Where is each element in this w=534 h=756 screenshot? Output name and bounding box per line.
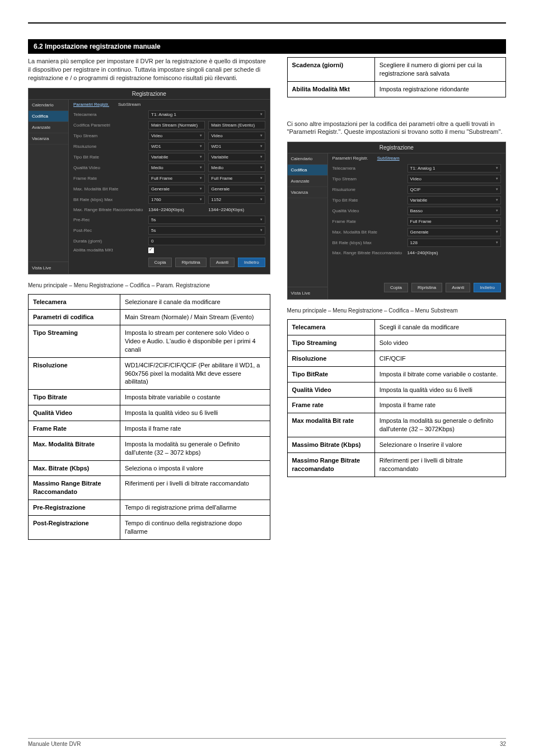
- cell-val: Selezionare il canale da modificare: [120, 294, 270, 310]
- cell-val: Imposta bitrate variabile o costante: [120, 390, 270, 405]
- cell-key: Tipo Streaming: [29, 325, 120, 358]
- intro-paragraph: La maniera più semplice per impostare il…: [28, 57, 270, 82]
- section-title: 6.2 Impostazione registrazione manuale: [28, 39, 506, 54]
- form-value[interactable]: Full Frame: [208, 174, 265, 183]
- form-label: Max. Range Bitrate Raccomandato: [332, 250, 404, 255]
- restore-button[interactable]: Ripristina: [175, 258, 206, 267]
- form-value[interactable]: 5s: [148, 226, 265, 235]
- cell-key: Frame rate: [287, 398, 374, 413]
- copy-button[interactable]: Copia: [148, 258, 172, 267]
- cell-val: Imposta la modalità su generale o defini…: [374, 413, 505, 437]
- form-value[interactable]: 1152: [208, 195, 265, 204]
- form-label: Abilita modalità MKt: [73, 248, 145, 253]
- checkbox-icon[interactable]: [148, 248, 154, 253]
- form-value[interactable]: Video: [148, 132, 205, 140]
- back-button[interactable]: Indietro: [238, 258, 265, 267]
- cell-key: Abilita Modalità Mkt: [287, 81, 374, 97]
- tab-parametri[interactable]: Parametri Registr.: [69, 100, 114, 109]
- form-value[interactable]: Generale: [407, 228, 501, 236]
- copy-button[interactable]: Copia: [384, 283, 408, 292]
- tab-parametri[interactable]: Parametri Registr.: [328, 153, 373, 163]
- cell-val: Imposta il bitrate come variabile o cost…: [374, 366, 505, 382]
- tab-substream[interactable]: SubStream: [114, 100, 145, 109]
- cell-key: Frame Rate: [29, 421, 120, 436]
- form-value[interactable]: T1: Analog 1: [148, 110, 265, 119]
- form-label: Frame Rate: [73, 176, 145, 181]
- form-value[interactable]: QCIF: [407, 185, 501, 194]
- sidebar-item[interactable]: Avanzate: [288, 176, 327, 187]
- form-value[interactable]: 128: [407, 239, 501, 247]
- sidebar-item[interactable]: Avanzate: [29, 122, 68, 133]
- right-paragraph: Ci sono altre impostazioni per la codifi…: [287, 120, 506, 137]
- form-value[interactable]: Full Frame: [407, 217, 501, 226]
- cell-val: Tempo di registrazione prima dell'allarm…: [120, 500, 270, 516]
- sidebar-item[interactable]: Vacanza: [29, 133, 68, 144]
- cell-key: Tipo Streaming: [287, 335, 374, 351]
- cell-key: Qualità Video: [29, 405, 120, 421]
- cell-val: Scegliere il numero di giorni per cui la…: [374, 58, 505, 82]
- table-top-right: Scadenza (giorni)Scegliere il numero di …: [287, 57, 506, 97]
- form-value[interactable]: Full Frame: [148, 174, 205, 183]
- form-value[interactable]: T1: Analog 1: [407, 164, 501, 172]
- form-label: Max. Range Bitrate Raccomandato: [73, 207, 145, 212]
- restore-button[interactable]: Ripristina: [411, 283, 442, 292]
- table-substream-params: TelecameraScegli il canale da modificare…: [287, 319, 506, 477]
- cell-key: Massimo Bitrate (Kbps): [287, 437, 374, 452]
- cell-key: Max modalità Bit rate: [287, 413, 374, 437]
- cell-val: Imposta la modalità su generale o Defini…: [120, 436, 270, 460]
- screenshot-main: Parametri Registr. SubStream TelecameraT…: [328, 153, 505, 299]
- sidebar-item[interactable]: Calendario: [29, 100, 68, 111]
- form-value[interactable]: WD1: [148, 142, 205, 151]
- form-value[interactable]: Variabile: [148, 153, 205, 161]
- right-column: Scadenza (giorni)Scegliere il numero di …: [287, 54, 506, 547]
- cell-val: CIF/QCIF: [374, 351, 505, 366]
- two-column-layout: La maniera più semplice per impostare il…: [28, 54, 506, 547]
- form-value[interactable]: Generale: [148, 185, 205, 193]
- form-label: Durata (giorni): [73, 239, 145, 244]
- form-value[interactable]: WD1: [208, 142, 265, 151]
- form-label: Qualità Video: [73, 165, 145, 170]
- tab-substream[interactable]: SubStream: [373, 153, 404, 163]
- cell-val: Scegli il canale da modificare: [374, 320, 505, 335]
- form-label: Telecamera: [332, 166, 404, 171]
- form-label: Max. Modalità Bit Rate: [73, 186, 145, 192]
- form-value[interactable]: Video: [208, 132, 265, 140]
- form-value[interactable]: 5s: [148, 216, 265, 224]
- sidebar-item[interactable]: Codifica: [29, 111, 68, 122]
- cell-val: Main Stream (Normale) / Main Stream (Eve…: [120, 310, 270, 325]
- form-value[interactable]: Medio: [208, 164, 265, 172]
- sidebar-bottom[interactable]: Vista Live: [288, 287, 327, 299]
- cell-val: Seleziona o imposta il valore: [120, 460, 270, 476]
- form-value: 1344~2240(Kbps): [208, 206, 265, 213]
- top-rule: [28, 22, 506, 24]
- form-value[interactable]: Video: [407, 175, 501, 183]
- screenshot-body: Calendario Codifica Avanzate Vacanza Vis…: [288, 153, 505, 299]
- screenshot-substream: Registrazione Calendario Codifica Avanza…: [287, 142, 506, 300]
- form-value[interactable]: Basso: [407, 207, 501, 215]
- form-value[interactable]: Variabile: [208, 153, 265, 161]
- form-value: 144~240(Kbps): [407, 249, 501, 256]
- form-value[interactable]: 0: [148, 237, 265, 245]
- screenshot-title: Registrazione: [288, 142, 505, 153]
- form-value[interactable]: Generale: [208, 185, 265, 193]
- next-button[interactable]: Avanti: [210, 258, 235, 267]
- form-label: Qualità Video: [332, 208, 404, 213]
- cell-val: Solo video: [374, 335, 505, 351]
- form-label: Frame Rate: [332, 219, 404, 224]
- form-value[interactable]: Main Stream (Evento): [208, 121, 265, 129]
- form-value[interactable]: Variabile: [407, 196, 501, 204]
- caption-right: Menu principale – Menu Registrazione – C…: [287, 307, 506, 314]
- table-main-params: TelecameraSelezionare il canale da modif…: [28, 294, 270, 540]
- form-value[interactable]: Main Stream (Normale): [148, 121, 205, 129]
- tabs: Parametri Registr. SubStream: [328, 153, 505, 163]
- cell-key: Massimo Range Bitrate Raccomandato: [29, 476, 120, 500]
- back-button[interactable]: Indietro: [474, 283, 501, 292]
- form-value[interactable]: Medio: [148, 164, 205, 172]
- sidebar-item[interactable]: Codifica: [288, 165, 327, 176]
- sidebar-bottom[interactable]: Vista Live: [29, 262, 68, 274]
- next-button[interactable]: Avanti: [446, 283, 470, 292]
- sidebar-item[interactable]: Vacanza: [288, 187, 327, 198]
- form-label: Risoluzione: [73, 144, 145, 149]
- form-value[interactable]: 1760: [148, 195, 205, 204]
- sidebar-item[interactable]: Calendario: [288, 153, 327, 165]
